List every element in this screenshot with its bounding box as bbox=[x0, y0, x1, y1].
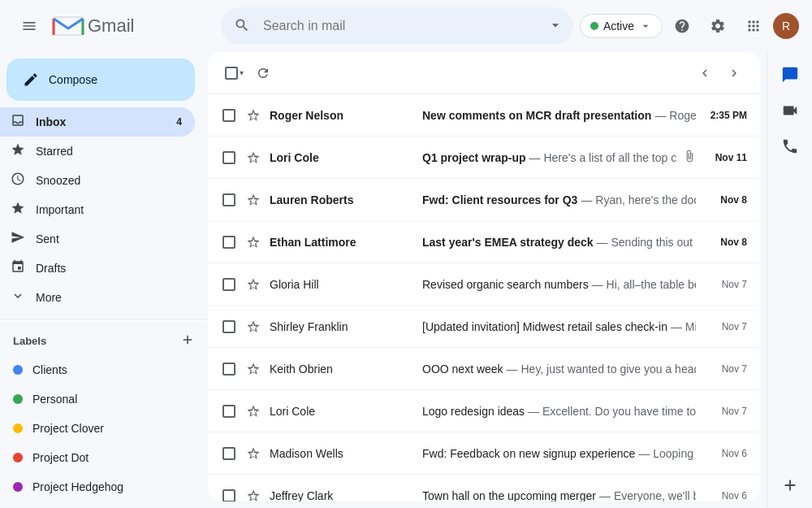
hamburger-menu-button[interactable] bbox=[13, 10, 45, 42]
email-sender: Shirley Franklin bbox=[270, 320, 416, 333]
email-snippet: — Roger Nelson said what abou… bbox=[654, 109, 696, 122]
row-checkbox[interactable] bbox=[221, 234, 237, 250]
sidebar-item-drafts[interactable]: Drafts bbox=[0, 254, 195, 283]
next-page-button[interactable] bbox=[721, 60, 747, 86]
email-checkbox bbox=[222, 405, 235, 418]
search-dropdown-icon[interactable] bbox=[547, 17, 564, 36]
label-item-project-clover[interactable]: Project Clover bbox=[0, 414, 195, 443]
row-checkbox[interactable] bbox=[221, 488, 237, 502]
email-row[interactable]: Lori ColeLogo redesign ideas — Excellent… bbox=[208, 390, 760, 432]
email-row[interactable]: Keith ObrienOOO next week — Hey, just wa… bbox=[208, 348, 760, 390]
email-meta: Nov 6 bbox=[702, 490, 747, 501]
status-label: Active bbox=[603, 20, 634, 33]
refresh-button[interactable] bbox=[250, 60, 276, 86]
sidebar-item-more[interactable]: More bbox=[0, 283, 195, 312]
email-sender: Madison Wells bbox=[270, 447, 416, 460]
email-snippet: — Hey, just wanted to give you a heads u… bbox=[507, 363, 696, 376]
search-input[interactable] bbox=[221, 7, 573, 45]
email-row[interactable]: Ethan LattimoreLast year's EMEA strategy… bbox=[208, 221, 760, 263]
label-item-personal[interactable]: Personal bbox=[0, 384, 195, 414]
label-name-project-clover: Project Clover bbox=[32, 422, 104, 435]
avatar[interactable]: R bbox=[773, 13, 799, 39]
email-subject-line: OOO next week — Hey, just wanted to give… bbox=[422, 363, 696, 376]
email-checkbox bbox=[222, 278, 235, 291]
right-panel-add-icon[interactable] bbox=[774, 469, 806, 501]
email-snippet: — Sending this out to anyone who missed… bbox=[597, 236, 696, 249]
row-star[interactable] bbox=[244, 444, 263, 463]
row-star[interactable] bbox=[244, 402, 263, 421]
email-subject-line: Logo redesign ideas — Excellent. Do you … bbox=[422, 405, 696, 418]
email-sender: Ethan Lattimore bbox=[270, 236, 416, 249]
right-panel-chat-icon[interactable] bbox=[774, 59, 806, 91]
sidebar-item-sent[interactable]: Sent bbox=[0, 224, 195, 254]
email-date: Nov 8 bbox=[702, 237, 747, 248]
label-item-project-dot[interactable]: Project Dot bbox=[0, 443, 195, 472]
email-row[interactable]: Jeffrey ClarkTown hall on the upcoming m… bbox=[208, 475, 760, 501]
row-star[interactable] bbox=[244, 148, 263, 167]
search-bar bbox=[221, 7, 573, 45]
row-star[interactable] bbox=[244, 275, 263, 294]
email-sender: Roger Nelson bbox=[270, 109, 416, 122]
row-checkbox[interactable] bbox=[221, 150, 237, 166]
email-meta: Nov 7 bbox=[702, 406, 747, 417]
email-row[interactable]: Roger NelsonNew comments on MCR draft pr… bbox=[208, 94, 760, 137]
row-star[interactable] bbox=[244, 486, 263, 502]
email-checkbox bbox=[222, 109, 235, 122]
settings-button[interactable] bbox=[702, 10, 734, 42]
apps-button[interactable] bbox=[737, 10, 770, 42]
label-item-project-hedgehog[interactable]: Project Hedgehog bbox=[0, 472, 195, 501]
select-all-checkbox[interactable]: ▾ bbox=[221, 60, 247, 86]
toolbar-right bbox=[692, 60, 747, 86]
compose-button[interactable]: Compose bbox=[6, 59, 195, 101]
email-meta: Nov 11 bbox=[683, 150, 747, 165]
email-date: Nov 7 bbox=[702, 279, 747, 290]
help-button[interactable] bbox=[666, 10, 698, 42]
row-checkbox[interactable] bbox=[221, 107, 237, 124]
email-row[interactable]: Lauren RobertsFwd: Client resources for … bbox=[208, 179, 760, 221]
label-dot-project-clover bbox=[13, 423, 23, 433]
email-row[interactable]: Madison WellsFwd: Feedback on new signup… bbox=[208, 432, 760, 475]
sidebar-item-inbox[interactable]: Inbox 4 bbox=[0, 107, 195, 137]
email-date: 2:35 PM bbox=[702, 110, 747, 121]
row-star[interactable] bbox=[244, 190, 263, 210]
sidebar-item-starred[interactable]: Starred bbox=[0, 137, 195, 166]
email-snippet: — Everyone, we'll be hosting our second … bbox=[599, 489, 696, 502]
row-checkbox[interactable] bbox=[221, 319, 237, 335]
email-subject: Q1 project wrap-up bbox=[422, 151, 526, 164]
email-rows-container: Roger NelsonNew comments on MCR draft pr… bbox=[208, 94, 760, 501]
label-dot-project-dot bbox=[13, 453, 23, 462]
prev-page-button[interactable] bbox=[692, 60, 718, 86]
email-checkbox bbox=[222, 489, 235, 502]
label-name-project-dot: Project Dot bbox=[32, 451, 89, 464]
email-checkbox bbox=[222, 447, 235, 460]
status-button[interactable]: Active bbox=[580, 14, 663, 38]
email-snippet: — Excellent. Do you have time to meet wi… bbox=[528, 405, 696, 418]
email-row[interactable]: Shirley Franklin[Updated invitation] Mid… bbox=[208, 306, 760, 348]
email-subject: Revised organic search numbers bbox=[422, 278, 589, 291]
row-star[interactable] bbox=[244, 232, 263, 252]
inbox-badge: 4 bbox=[176, 116, 182, 128]
row-star[interactable] bbox=[244, 317, 263, 336]
label-item-clients[interactable]: Clients bbox=[0, 355, 195, 384]
right-panel-phone-icon[interactable] bbox=[774, 130, 806, 163]
right-panel-video-icon[interactable] bbox=[774, 94, 806, 127]
row-checkbox[interactable] bbox=[221, 445, 237, 462]
email-meta: Nov 8 bbox=[702, 237, 747, 248]
email-row[interactable]: Gloria HillRevised organic search number… bbox=[208, 263, 760, 306]
row-checkbox[interactable] bbox=[221, 403, 237, 419]
row-checkbox[interactable] bbox=[221, 192, 237, 208]
row-star[interactable] bbox=[244, 106, 263, 125]
email-row[interactable]: Lori ColeQ1 project wrap-up — Here's a l… bbox=[208, 137, 760, 179]
add-label-button[interactable] bbox=[180, 332, 195, 350]
email-sender: Keith Obrien bbox=[270, 363, 416, 376]
drafts-icon bbox=[10, 259, 26, 277]
row-checkbox[interactable] bbox=[221, 361, 237, 377]
label-item-project-rocket[interactable]: Project Rocket bbox=[0, 501, 195, 508]
email-checkbox bbox=[222, 320, 235, 333]
sidebar-item-important[interactable]: Important bbox=[0, 195, 195, 224]
sidebar-item-snoozed[interactable]: Snoozed bbox=[0, 166, 195, 195]
row-star[interactable] bbox=[244, 359, 263, 379]
sent-icon bbox=[10, 230, 26, 248]
email-snippet: — Hi, all–the table below contains the r… bbox=[592, 278, 696, 291]
row-checkbox[interactable] bbox=[221, 276, 237, 293]
